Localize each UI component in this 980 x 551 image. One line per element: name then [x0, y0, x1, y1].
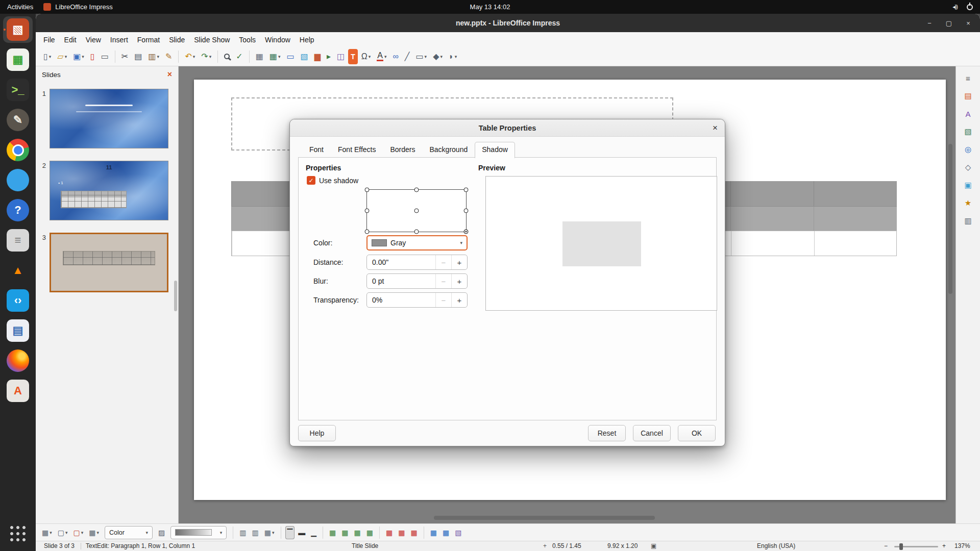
new-document-icon[interactable]: ▯▾	[41, 49, 54, 64]
help-button[interactable]: Help	[298, 425, 336, 441]
menu-slide[interactable]: Slide	[164, 34, 189, 46]
table-icon[interactable]: ▦▾	[40, 526, 54, 539]
draw-line-icon[interactable]: ╱	[402, 49, 412, 64]
menu-format[interactable]: Format	[133, 34, 164, 46]
copy-icon[interactable]: ▤	[132, 49, 144, 64]
dock-item-impress[interactable]: ▧	[3, 16, 33, 43]
symbol-shapes-icon[interactable]: ◆▾	[430, 49, 445, 64]
insert-text-box-icon[interactable]: T	[348, 49, 358, 64]
tab-font-effects[interactable]: Font Effects	[331, 142, 383, 158]
insert-chart-icon[interactable]: ▆	[312, 49, 323, 64]
select-table-icon[interactable]: ▦	[428, 526, 439, 539]
animation-icon[interactable]: ★	[961, 196, 976, 210]
fill-color-select[interactable]: ▾	[170, 526, 227, 539]
dialog-close-icon[interactable]: ×	[713, 123, 718, 133]
close-button[interactable]: ×	[965, 19, 972, 27]
menu-help[interactable]: Help	[295, 34, 319, 46]
character-icon[interactable]: A	[961, 107, 976, 120]
undo-icon[interactable]: ↶▾	[182, 49, 198, 64]
distance-decrease-button[interactable]: −	[435, 255, 451, 269]
paste-icon[interactable]: ▥▾	[145, 49, 162, 64]
shapes-icon[interactable]: ◇	[961, 161, 976, 174]
clone-formatting-icon[interactable]: ✎	[163, 49, 175, 64]
split-cells-icon[interactable]: ▥	[250, 526, 261, 539]
zoom-slider-handle[interactable]	[899, 543, 903, 550]
menu-view[interactable]: View	[81, 34, 106, 46]
transparency-increase-button[interactable]: +	[451, 293, 467, 307]
transparency-field[interactable]: 0% − +	[366, 292, 468, 308]
open-folder-icon[interactable]: ▱▾	[55, 49, 69, 64]
slide-1-thumbnail[interactable]	[50, 89, 168, 148]
shadow-position-handle-top-right[interactable]	[464, 188, 469, 192]
insert-image-icon[interactable]: ▧	[298, 49, 311, 64]
border-color-icon[interactable]: ▢▾	[71, 526, 86, 539]
clock[interactable]: May 13 14:02	[470, 3, 510, 11]
font-color-icon[interactable]: A▾	[374, 49, 389, 64]
power-icon[interactable]	[967, 4, 973, 10]
insert-column-before-icon[interactable]: ▦	[352, 526, 363, 539]
delete-column-icon[interactable]: ▦	[396, 526, 407, 539]
insert-row-below-icon[interactable]: ▦	[339, 526, 350, 539]
dock-item-writer[interactable]: ▤	[3, 317, 33, 344]
slides-panel-close-icon[interactable]: ×	[167, 70, 172, 79]
tab-font[interactable]: Font	[302, 142, 331, 158]
dock-item-chrome[interactable]	[3, 137, 33, 163]
gallery-icon[interactable]: ▧	[961, 125, 976, 138]
save-status-icon[interactable]: ▣	[651, 541, 656, 551]
insert-media-icon[interactable]: ▸	[324, 49, 333, 64]
transparency-decrease-button[interactable]: −	[435, 293, 451, 307]
dock-item-vscode[interactable]: ‹›	[3, 287, 33, 314]
shadow-position-handle-top-left[interactable]	[365, 188, 370, 192]
area-style-select[interactable]: Color▾	[105, 526, 153, 539]
zoom-slider[interactable]	[894, 546, 938, 547]
insert-table-icon[interactable]: ▦▾	[267, 49, 283, 64]
center-vertically-icon[interactable]: ▬	[296, 526, 307, 539]
shadow-position-control[interactable]	[366, 189, 467, 232]
blur-decrease-button[interactable]: −	[435, 274, 451, 288]
cut-icon[interactable]: ✂	[119, 49, 131, 64]
status-language[interactable]: English (USA)	[757, 541, 795, 551]
slide-2-thumbnail[interactable]: 11 • 1	[50, 161, 168, 220]
zoom-out-button[interactable]: −	[884, 541, 888, 551]
shadow-position-handle-bottom-center[interactable]	[414, 230, 419, 234]
distance-field[interactable]: 0.00" − +	[366, 255, 468, 270]
shadow-position-handle-bottom-left[interactable]	[365, 230, 370, 234]
find-replace-icon[interactable]	[222, 49, 232, 64]
use-shadow-checkbox[interactable]: ✓ Use shadow	[307, 176, 358, 185]
select-column-icon[interactable]: ▦	[440, 526, 451, 539]
image-icon[interactable]: ▣	[961, 179, 976, 192]
reset-button[interactable]: Reset	[588, 425, 626, 441]
dock-item-show-apps[interactable]	[3, 520, 33, 547]
zoom-in-button[interactable]: +	[942, 541, 946, 551]
special-character-icon[interactable]: Ω▾	[359, 49, 374, 64]
cancel-button[interactable]: Cancel	[633, 425, 671, 441]
insert-row-above-icon[interactable]: ▦	[327, 526, 338, 539]
shadow-position-handle-middle-left[interactable]	[365, 209, 370, 213]
print-icon[interactable]: ▭	[99, 49, 111, 64]
display-grid-icon[interactable]: ▦	[253, 49, 266, 64]
transparency-value[interactable]: 0%	[367, 296, 435, 304]
vertical-scrollbar[interactable]	[948, 144, 952, 294]
redo-icon[interactable]: ↷▾	[199, 49, 214, 64]
hyperlink-icon[interactable]: ∞	[390, 49, 401, 64]
ok-button[interactable]: OK	[678, 425, 716, 441]
delete-table-icon[interactable]: ▦	[409, 526, 420, 539]
menu-insert[interactable]: Insert	[106, 34, 133, 46]
align-bottom-icon[interactable]: ▁	[309, 526, 318, 539]
fill-type-icon[interactable]: ▨	[156, 526, 167, 539]
dock-item-gimp[interactable]: ✎	[3, 107, 33, 133]
shadow-position-handle-bottom-right[interactable]	[464, 230, 469, 234]
menu-edit[interactable]: Edit	[60, 34, 81, 46]
blur-field[interactable]: 0 pt − +	[366, 273, 468, 289]
dock-item-blue-app[interactable]	[3, 167, 33, 193]
horizontal-scrollbar[interactable]	[434, 516, 655, 520]
dialog-titlebar[interactable]: Table Properties ×	[290, 119, 725, 137]
borders-icon[interactable]: ▦▾	[87, 526, 101, 539]
slide-3-thumbnail[interactable]	[50, 233, 168, 292]
menu-window[interactable]: Window	[260, 34, 295, 46]
master-slides-icon[interactable]: ▥	[961, 214, 976, 228]
insert-column-after-icon[interactable]: ▦	[364, 526, 375, 539]
volume-icon[interactable]: ◂))	[952, 4, 958, 10]
tab-background[interactable]: Background	[423, 142, 475, 158]
callout-shapes-icon[interactable]: ◗▾	[446, 49, 459, 64]
